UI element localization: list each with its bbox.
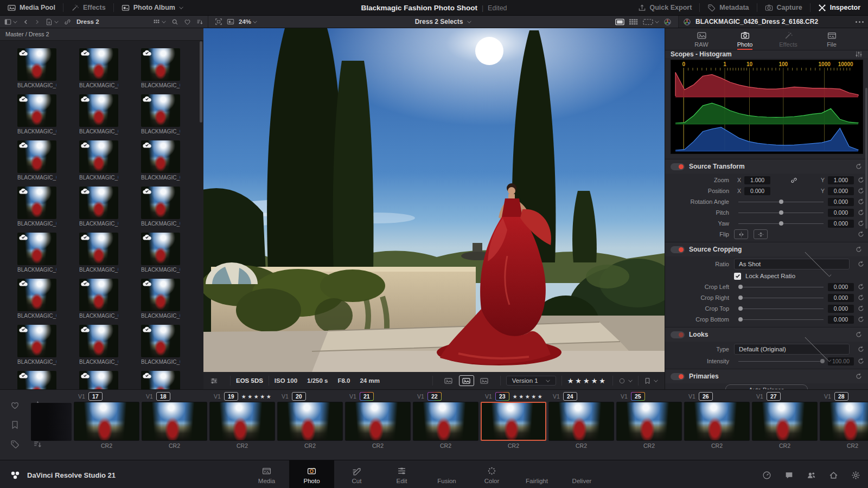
media-thumbnail[interactable]: BLACKMAGIC_042... bbox=[17, 94, 56, 134]
reset-icon[interactable] bbox=[857, 316, 865, 323]
media-thumbnail[interactable]: BLACKMAGIC_042... bbox=[141, 94, 180, 134]
more-options-button[interactable] bbox=[856, 21, 864, 23]
current-bin[interactable]: Dress 2 bbox=[74, 16, 101, 28]
tab-effects[interactable]: Effects bbox=[774, 31, 803, 48]
collaboration-icon[interactable] bbox=[807, 471, 816, 480]
settings-gear-icon[interactable] bbox=[851, 471, 860, 480]
position-x-input[interactable]: 0.000 bbox=[744, 187, 770, 195]
flip-horizontal-button[interactable] bbox=[734, 229, 748, 239]
crop-right-input[interactable]: 0.000 bbox=[828, 294, 854, 302]
link-icon[interactable] bbox=[790, 177, 797, 184]
reset-icon[interactable] bbox=[857, 198, 865, 206]
relink-button[interactable] bbox=[62, 16, 73, 28]
media-thumbnail[interactable]: BLACKMAGIC_042... bbox=[141, 140, 180, 181]
media-thumbnail[interactable]: BLACKMAGIC_042... bbox=[79, 187, 118, 227]
back-button[interactable] bbox=[21, 16, 31, 28]
project-home-icon[interactable] bbox=[829, 471, 838, 480]
filmstrip-thumbnail[interactable] bbox=[142, 402, 207, 441]
page-tab-edit[interactable]: Edit bbox=[379, 460, 424, 488]
export-image-button[interactable] bbox=[477, 376, 492, 386]
sort-button[interactable] bbox=[194, 16, 206, 28]
media-thumbnail[interactable]: BLACKMAGIC_042... bbox=[141, 48, 180, 88]
sidebar-scrollbar[interactable] bbox=[200, 41, 202, 123]
media-thumbnail[interactable]: BLACKMAGIC_042... bbox=[141, 233, 180, 273]
effects-button[interactable]: Effects bbox=[63, 0, 113, 15]
quick-export-button[interactable]: Quick Export bbox=[630, 0, 700, 15]
inspector-button[interactable]: Inspector bbox=[810, 0, 868, 15]
source-cropping-toggle[interactable] bbox=[671, 246, 685, 253]
crop-bottom-slider[interactable] bbox=[738, 316, 824, 323]
filmstrip-item[interactable]: V1 25 CR2 bbox=[616, 391, 682, 460]
yaw-input[interactable]: 0.000 bbox=[828, 220, 854, 228]
looks-toggle[interactable] bbox=[671, 331, 685, 338]
media-thumbnail[interactable]: BLACKMAGIC_042... bbox=[17, 325, 56, 365]
new-bin-button[interactable] bbox=[43, 16, 61, 28]
filmstrip-item[interactable]: V1 23 ★★★★★ CR2 bbox=[481, 391, 546, 460]
favorites-filter-button[interactable] bbox=[182, 16, 193, 28]
reset-icon[interactable] bbox=[857, 220, 865, 227]
reset-icon[interactable] bbox=[857, 357, 865, 365]
filmstrip-thumbnail[interactable] bbox=[548, 402, 614, 441]
media-thumbnail[interactable]: BLACKMAGIC_042... bbox=[79, 325, 118, 365]
lock-aspect-checkbox[interactable] bbox=[734, 273, 741, 280]
crop-bottom-input[interactable]: 0.000 bbox=[828, 316, 854, 324]
filmstrip-thumbnail[interactable] bbox=[277, 402, 343, 441]
media-thumbnail[interactable]: BLACKMAGIC_042... bbox=[17, 48, 56, 88]
crop-top-input[interactable]: 0.000 bbox=[828, 305, 854, 313]
filmstrip-thumbnail[interactable] bbox=[820, 402, 868, 441]
filmstrip-item[interactable]: V1 26 CR2 bbox=[684, 391, 750, 460]
rating-stars[interactable]: ★★★★★ bbox=[567, 377, 607, 385]
media-thumbnail[interactable]: BLACKMAGIC_042... bbox=[79, 371, 118, 389]
filmstrip-thumbnail[interactable] bbox=[752, 402, 818, 441]
media-thumbnail[interactable]: BLACKMAGIC_042... bbox=[141, 187, 180, 227]
look-type-dropdown[interactable]: Default (Original) bbox=[734, 344, 850, 355]
chat-icon[interactable] bbox=[784, 471, 794, 480]
filmstrip-item[interactable]: V1 18 CR2 bbox=[142, 391, 207, 460]
crop-right-slider[interactable] bbox=[738, 294, 824, 301]
position-y-input[interactable]: 0.000 bbox=[828, 187, 854, 195]
primaries-toggle[interactable] bbox=[671, 373, 685, 380]
media-thumbnail[interactable]: BLACKMAGIC_042... bbox=[17, 140, 56, 181]
media-thumbnail[interactable]: BLACKMAGIC_042... bbox=[141, 279, 180, 319]
reset-icon[interactable] bbox=[857, 345, 865, 353]
rotation-slider[interactable] bbox=[738, 198, 824, 206]
view-mode-button[interactable] bbox=[151, 16, 168, 28]
crop-left-slider[interactable] bbox=[738, 283, 824, 291]
filmstrip-item[interactable]: V1 24 CR2 bbox=[548, 391, 614, 460]
tab-photo[interactable]: Photo bbox=[730, 31, 760, 50]
filmstrip-item[interactable]: V1 21 CR2 bbox=[345, 391, 411, 460]
page-tab-deliver[interactable]: Deliver bbox=[559, 460, 604, 488]
reset-icon[interactable] bbox=[857, 260, 865, 268]
forward-button[interactable] bbox=[32, 16, 42, 28]
reset-icon[interactable] bbox=[857, 230, 865, 238]
reset-icon[interactable] bbox=[857, 209, 865, 216]
metadata-button[interactable]: Metadata bbox=[700, 0, 756, 15]
reset-icon[interactable] bbox=[855, 331, 863, 338]
page-tab-fairlight[interactable]: Fairlight bbox=[514, 460, 559, 488]
crop-left-input[interactable]: 0.000 bbox=[828, 283, 854, 291]
page-tab-media[interactable]: Media bbox=[244, 460, 289, 488]
look-intensity-input[interactable]: 100.00 bbox=[828, 357, 854, 365]
search-button[interactable] bbox=[169, 16, 181, 28]
flag-color-button[interactable] bbox=[618, 377, 633, 384]
inspector-scrollbar[interactable] bbox=[865, 88, 867, 229]
page-tab-cut[interactable]: Cut bbox=[334, 460, 379, 488]
filmstrip-item[interactable]: V1 19 ★★★★★ CR2 bbox=[209, 391, 275, 460]
photo-album-button[interactable]: Photo Album bbox=[114, 0, 191, 15]
filmstrip-thumbnail[interactable] bbox=[481, 402, 546, 441]
filmstrip-thumbnail[interactable] bbox=[684, 402, 750, 441]
crop-top-slider[interactable] bbox=[738, 305, 824, 312]
reset-icon[interactable] bbox=[855, 246, 863, 253]
media-thumbnail[interactable]: BLACKMAGIC_042... bbox=[79, 233, 118, 273]
reset-icon[interactable] bbox=[855, 163, 863, 170]
filmstrip-partial-thumb[interactable] bbox=[31, 403, 72, 441]
media-thumbnail[interactable]: BLACKMAGIC_042... bbox=[141, 371, 180, 389]
filmstrip-item[interactable]: V1 22 CR2 bbox=[413, 391, 478, 460]
media-thumbnail[interactable]: BLACKMAGIC_042... bbox=[17, 279, 56, 319]
media-thumbnail[interactable]: BLACKMAGIC_042... bbox=[79, 140, 118, 181]
filmstrip-thumbnail[interactable] bbox=[345, 402, 411, 441]
source-transform-toggle[interactable] bbox=[671, 163, 685, 170]
panel-layout-button[interactable] bbox=[2, 16, 20, 28]
filmstrip-item[interactable]: V1 27 CR2 bbox=[752, 391, 818, 460]
zoom-x-input[interactable]: 1.000 bbox=[744, 176, 770, 184]
